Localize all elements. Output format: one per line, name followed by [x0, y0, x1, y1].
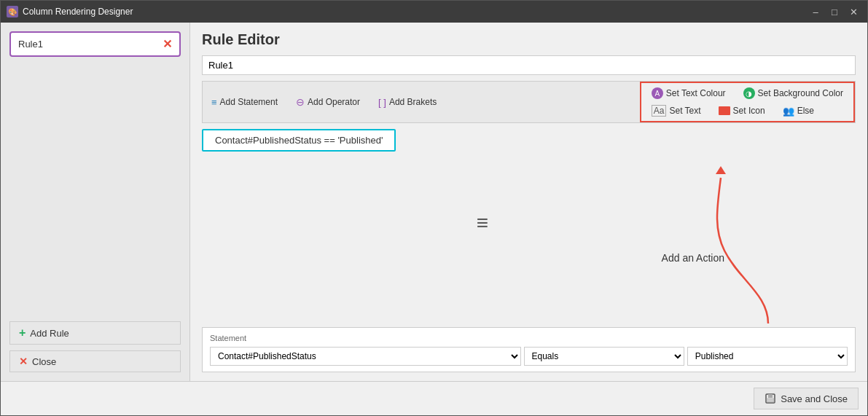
title-bar: 🎨 Column Rendering Designer – □ ✕ — [1, 1, 867, 23]
set-text-button[interactable]: Aa Set Text — [649, 103, 704, 118]
add-statement-icon: ≡ — [211, 97, 217, 108]
else-icon: 👥 — [783, 106, 794, 117]
editor-panel: Rule Editor ≡ Add Statement ⊖ Add Operat… — [190, 23, 867, 381]
add-rule-button[interactable]: + Add Rule — [9, 321, 181, 345]
equals-symbol: ≡ — [477, 211, 488, 235]
svg-marker-0 — [716, 166, 726, 174]
toolbar-left: ≡ Add Statement ⊖ Add Operator [ ] Add B… — [203, 82, 640, 122]
statement-operator-select[interactable]: Equals Not Equals Contains — [524, 347, 684, 366]
rule-item-name: Rule1 — [18, 39, 43, 50]
editor-body: ≡ Add an Action — [202, 163, 856, 324]
statement-label: Statement — [210, 334, 848, 342]
rule-item-close-icon[interactable]: ✕ — [163, 37, 172, 51]
set-text-colour-icon: A — [652, 87, 663, 99]
else-button[interactable]: 👥 Else — [780, 104, 817, 118]
add-brackets-button[interactable]: [ ] Add Brakets — [375, 95, 439, 109]
toolbar-row: ≡ Add Statement ⊖ Add Operator [ ] Add B… — [202, 81, 856, 123]
set-background-color-label: Set Background Color — [758, 88, 843, 98]
add-operator-icon: ⊖ — [296, 96, 305, 108]
add-statement-button[interactable]: ≡ Add Statement — [208, 95, 281, 109]
add-brackets-label: Add Brakets — [389, 97, 437, 107]
set-background-color-icon: ◑ — [743, 87, 755, 99]
set-icon-icon — [719, 106, 730, 115]
toolbar-right: A Set Text Colour ◑ Set Background Color… — [640, 82, 855, 122]
sidebar-bottom: + Add Rule ✕ Close — [9, 321, 181, 372]
title-bar-left: 🎨 Column Rendering Designer — [7, 6, 133, 17]
sidebar: Rule1 ✕ + Add Rule ✕ Close — [1, 23, 190, 381]
minimize-button[interactable]: – — [808, 5, 824, 18]
add-action-label: Add an Action — [662, 252, 724, 264]
add-statement-label: Add Statement — [220, 97, 278, 107]
close-label: Close — [32, 356, 56, 367]
add-brackets-icon: [ ] — [378, 97, 386, 108]
add-rule-label: Add Rule — [30, 328, 69, 339]
set-text-label: Set Text — [669, 106, 700, 116]
set-text-icon: Aa — [652, 105, 667, 117]
set-text-colour-button[interactable]: A Set Text Colour — [649, 86, 729, 101]
rule-name-input[interactable] — [202, 55, 856, 75]
maximize-button[interactable]: □ — [826, 5, 842, 18]
add-operator-button[interactable]: ⊖ Add Operator — [293, 95, 363, 109]
add-operator-label: Add Operator — [308, 97, 360, 107]
arrow-indicator — [652, 163, 797, 331]
app-icon: 🎨 — [7, 6, 18, 17]
set-text-colour-label: Set Text Colour — [666, 88, 726, 98]
close-button[interactable]: ✕ Close — [9, 350, 181, 372]
save-icon — [765, 393, 776, 404]
title-bar-controls: – □ ✕ — [808, 5, 861, 18]
main-window: 🎨 Column Rendering Designer – □ ✕ Rule1 … — [0, 0, 868, 416]
statement-inputs: Contact#PublishedStatus Equals Not Equal… — [210, 347, 848, 366]
save-close-button[interactable]: Save and Close — [754, 388, 859, 409]
save-close-label: Save and Close — [781, 393, 848, 404]
bottom-bar: Save and Close — [1, 381, 867, 415]
window-title: Column Rendering Designer — [23, 7, 133, 17]
set-icon-button[interactable]: Set Icon — [716, 104, 768, 117]
plus-icon: + — [19, 326, 26, 340]
rule-item[interactable]: Rule1 ✕ — [9, 31, 181, 57]
svg-rect-3 — [767, 399, 774, 402]
rules-list: Rule1 ✕ — [9, 31, 181, 321]
x-icon: ✕ — [19, 356, 28, 367]
else-label: Else — [797, 106, 814, 116]
set-background-color-button[interactable]: ◑ Set Background Color — [740, 86, 846, 101]
condition-expression[interactable]: Contact#PublishedStatus == 'Published' — [202, 129, 396, 152]
statement-field-select[interactable]: Contact#PublishedStatus — [210, 347, 521, 366]
svg-rect-2 — [768, 394, 773, 398]
toolbar-right-row-2: Aa Set Text Set Icon 👥 Else — [649, 103, 846, 118]
main-content: Rule1 ✕ + Add Rule ✕ Close Rule Editor — [1, 23, 867, 381]
set-icon-label: Set Icon — [733, 106, 765, 116]
statement-value-select[interactable]: Published Unpublished Draft — [687, 347, 848, 366]
window-close-button[interactable]: ✕ — [845, 5, 861, 18]
editor-title: Rule Editor — [202, 31, 856, 48]
statement-bar: Statement Contact#PublishedStatus Equals… — [202, 327, 856, 372]
toolbar-right-row-1: A Set Text Colour ◑ Set Background Color — [649, 86, 846, 101]
